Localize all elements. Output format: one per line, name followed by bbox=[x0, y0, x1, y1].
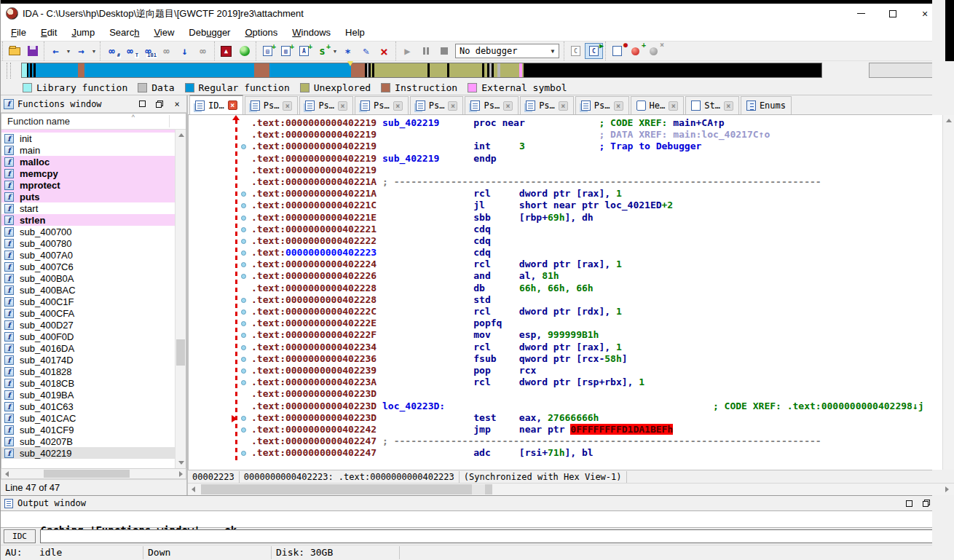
scroll-right-icon[interactable] bbox=[176, 469, 186, 478]
function-row[interactable]: f sub_400BAC bbox=[1, 284, 175, 296]
problems-icon[interactable]: ▲ bbox=[217, 43, 235, 59]
function-name-column-header[interactable]: Function name ^ bbox=[1, 114, 186, 130]
view-tab[interactable]: St… × bbox=[685, 96, 739, 114]
disasm-line[interactable]: .text:000000000040223D test eax, 2766666… bbox=[251, 412, 942, 424]
disasm-line[interactable]: .text:0000000000402239 pop rcx bbox=[251, 365, 942, 376]
function-row[interactable]: f memcpy bbox=[1, 167, 175, 179]
functions-window-titlebar[interactable]: f Functions window × bbox=[1, 95, 186, 113]
search-binary-icon[interactable]: ∞101 bbox=[139, 43, 157, 59]
function-row[interactable]: f sub_401828 bbox=[1, 366, 175, 377]
search-number-icon[interactable]: ∞# bbox=[103, 43, 121, 59]
disasm-line[interactable]: .text:000000000040221C jl short near ptr… bbox=[251, 200, 942, 211]
back-icon[interactable]: ← bbox=[47, 43, 65, 59]
menu-item[interactable]: View bbox=[146, 25, 181, 40]
jump-address-icon[interactable]: ↓ bbox=[176, 43, 194, 59]
analysis-indicator-icon[interactable] bbox=[235, 43, 253, 59]
view-tab[interactable]: Ps… × bbox=[465, 96, 519, 114]
disasm-scroll-up-icon[interactable] bbox=[943, 115, 954, 126]
disasm-hscroll-thumb[interactable] bbox=[201, 484, 492, 494]
function-row[interactable]: f init bbox=[1, 133, 175, 144]
disasm-line[interactable]: .text:0000000000402219 int 3 ; Trap to D… bbox=[251, 141, 942, 152]
scroll-down-icon[interactable] bbox=[176, 457, 186, 468]
menu-item[interactable]: Help bbox=[338, 25, 372, 40]
output-restore-button[interactable] bbox=[921, 498, 931, 508]
disasm-line[interactable]: .text:0000000000402219 sub_402219 proc n… bbox=[251, 117, 942, 129]
disasm-scroll-left-icon[interactable] bbox=[188, 484, 199, 494]
view-tab[interactable]: He… × bbox=[631, 96, 685, 114]
function-row[interactable]: f sub_4019BA bbox=[1, 389, 175, 401]
pause-process-icon[interactable] bbox=[417, 43, 435, 59]
back-dropdown-icon[interactable]: ▼ bbox=[65, 43, 72, 59]
output-log[interactable]: Caching 'Functions window'... ok bbox=[1, 510, 954, 528]
disasm-line[interactable]: .text:0000000000402224 rcl dword ptr [ra… bbox=[251, 259, 942, 270]
idc-input[interactable] bbox=[40, 529, 950, 543]
disasm-vertical-scrollbar[interactable] bbox=[942, 115, 954, 470]
stop-process-icon[interactable] bbox=[435, 43, 453, 59]
function-row[interactable]: f start bbox=[1, 202, 175, 214]
output-window-titlebar[interactable]: Output window × bbox=[1, 496, 954, 510]
disasm-line[interactable]: .text:000000000040222F mov esp, 999999B1… bbox=[251, 329, 942, 341]
disasm-line[interactable]: .text:000000000040221A ; ---------------… bbox=[251, 176, 942, 188]
tab-close-icon[interactable]: × bbox=[228, 100, 237, 110]
step-c-icon[interactable]: C bbox=[567, 43, 585, 59]
disasm-line[interactable]: .text:0000000000402247 ; ---------------… bbox=[251, 435, 942, 447]
function-row[interactable]: f sub_4016DA bbox=[1, 342, 175, 354]
disasm-line[interactable]: .text:000000000040223D loc_40223D: ; COD… bbox=[251, 401, 942, 412]
tab-close-icon[interactable]: × bbox=[724, 101, 733, 111]
tab-close-icon[interactable]: × bbox=[669, 101, 678, 111]
function-row[interactable]: f sub_40207B bbox=[1, 435, 175, 447]
disasm-line[interactable]: .text:0000000000402219 ; DATA XREF: main… bbox=[251, 129, 942, 141]
function-row[interactable]: f puts bbox=[1, 191, 175, 202]
functions-restore-button[interactable] bbox=[154, 99, 165, 109]
rename-icon[interactable]: A+ bbox=[295, 43, 313, 59]
idc-button[interactable]: IDC bbox=[4, 529, 36, 543]
view-tab[interactable]: Ps… × bbox=[355, 96, 409, 114]
view-tab[interactable]: Ps… × bbox=[245, 96, 299, 114]
function-row[interactable]: f sub_4018CB bbox=[1, 377, 175, 389]
functions-maximize-button[interactable] bbox=[137, 99, 147, 109]
function-row[interactable]: f sub_401C63 bbox=[1, 401, 175, 412]
search-disabled-icon[interactable]: ∞ bbox=[194, 43, 212, 59]
tab-close-icon[interactable]: × bbox=[559, 101, 568, 111]
disasm-line[interactable]: .text:0000000000402228 std bbox=[251, 294, 942, 306]
menu-item[interactable]: File bbox=[4, 25, 33, 40]
view-tab[interactable]: Ps… × bbox=[410, 96, 464, 114]
menu-item[interactable]: Edit bbox=[33, 25, 64, 40]
disasm-horizontal-scrollbar[interactable] bbox=[188, 483, 954, 495]
function-row[interactable]: f sub_400F0D bbox=[1, 331, 175, 342]
view-tab[interactable]: ID… × bbox=[189, 95, 243, 114]
maximize-button[interactable] bbox=[877, 5, 909, 23]
breakpoint-list-icon[interactable]: ● bbox=[608, 43, 626, 59]
functions-horizontal-scrollbar[interactable] bbox=[1, 468, 186, 479]
title-bar[interactable]: IDA - C:\Users\hp\Desktop\逆向题目\[GWCTF 20… bbox=[1, 4, 954, 23]
disasm-line[interactable]: .text:0000000000402234 rcl dword ptr [ra… bbox=[251, 342, 942, 353]
function-row[interactable]: f sub_400CFA bbox=[1, 307, 175, 319]
disasm-line[interactable]: .text:000000000040221E sbb [rbp+69h], dh bbox=[251, 212, 942, 224]
function-row[interactable]: f sub_400D27 bbox=[1, 319, 175, 331]
forward-icon[interactable]: → bbox=[72, 43, 90, 59]
make-string-icon[interactable]: s+ bbox=[313, 43, 331, 59]
view-tab[interactable]: Ps… × bbox=[299, 96, 353, 114]
functions-scroll-thumb[interactable] bbox=[176, 339, 185, 366]
view-tab[interactable]: Enums × bbox=[741, 96, 792, 114]
scroll-left-icon[interactable] bbox=[1, 469, 12, 478]
disasm-line[interactable]: .text:0000000000402242 jmp near ptr 0FFF… bbox=[251, 424, 942, 435]
disasm-line[interactable]: .text:0000000000402221 cdq bbox=[251, 224, 942, 235]
disasm-line[interactable]: .text:0000000000402219 bbox=[251, 165, 942, 176]
function-row[interactable]: f sub_40174D bbox=[1, 354, 175, 366]
function-row[interactable]: f mprotect bbox=[1, 179, 175, 191]
menu-item[interactable]: Jump bbox=[64, 25, 102, 40]
search-text-icon[interactable]: ∞T bbox=[121, 43, 139, 59]
disasm-line[interactable]: .text:000000000040222E popfq bbox=[251, 318, 942, 329]
function-row[interactable]: f main bbox=[1, 144, 175, 156]
open-file-icon[interactable] bbox=[5, 43, 23, 59]
scroll-up-icon[interactable] bbox=[176, 130, 186, 141]
disasm-line[interactable]: .text:0000000000402228 db 66h, 66h, 66h bbox=[251, 283, 942, 294]
edit-function-icon[interactable]: ✎ bbox=[357, 43, 375, 59]
disasm-line[interactable]: .text:000000000040222C rcl dword ptr [rd… bbox=[251, 306, 942, 318]
function-row[interactable]: f strlen bbox=[1, 214, 175, 226]
tab-close-icon[interactable]: × bbox=[338, 101, 347, 111]
make-function-icon[interactable]: ∗ bbox=[339, 43, 357, 59]
disasm-line[interactable]: .text:0000000000402226 and al, 81h bbox=[251, 270, 942, 282]
disassembly-view[interactable]: .text:0000000000402219 sub_402219 proc n… bbox=[188, 115, 954, 470]
